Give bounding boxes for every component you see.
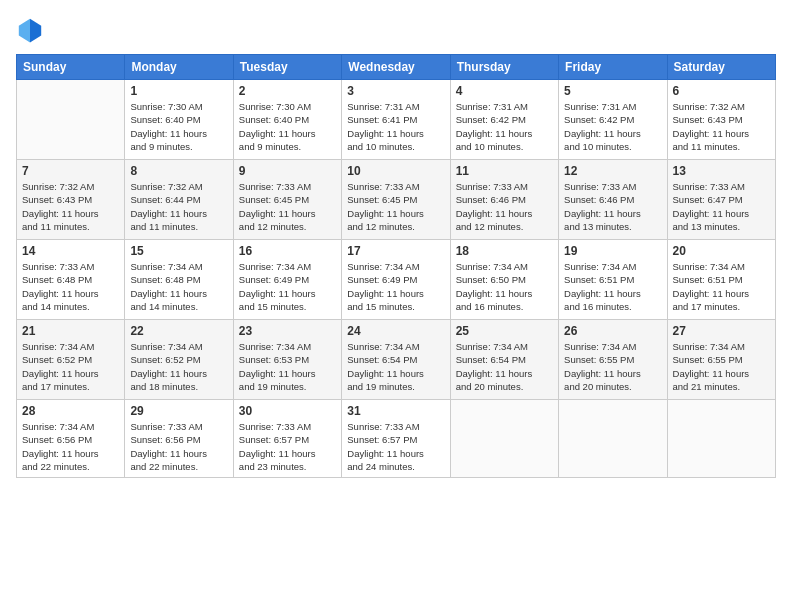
calendar-cell: 28Sunrise: 7:34 AMSunset: 6:56 PMDayligh… <box>17 400 125 478</box>
day-number: 13 <box>673 164 770 178</box>
day-number: 30 <box>239 404 336 418</box>
calendar-week-row: 1Sunrise: 7:30 AMSunset: 6:40 PMDaylight… <box>17 80 776 160</box>
day-number: 5 <box>564 84 661 98</box>
day-info: Sunrise: 7:33 AMSunset: 6:46 PMDaylight:… <box>456 180 553 233</box>
calendar-week-row: 7Sunrise: 7:32 AMSunset: 6:43 PMDaylight… <box>17 160 776 240</box>
day-info: Sunrise: 7:33 AMSunset: 6:48 PMDaylight:… <box>22 260 119 313</box>
day-info: Sunrise: 7:32 AMSunset: 6:43 PMDaylight:… <box>22 180 119 233</box>
day-info: Sunrise: 7:34 AMSunset: 6:51 PMDaylight:… <box>673 260 770 313</box>
calendar-cell: 10Sunrise: 7:33 AMSunset: 6:45 PMDayligh… <box>342 160 450 240</box>
day-number: 4 <box>456 84 553 98</box>
calendar-cell: 3Sunrise: 7:31 AMSunset: 6:41 PMDaylight… <box>342 80 450 160</box>
day-info: Sunrise: 7:34 AMSunset: 6:54 PMDaylight:… <box>347 340 444 393</box>
calendar-header-row: SundayMondayTuesdayWednesdayThursdayFrid… <box>17 55 776 80</box>
day-info: Sunrise: 7:32 AMSunset: 6:44 PMDaylight:… <box>130 180 227 233</box>
calendar-week-row: 21Sunrise: 7:34 AMSunset: 6:52 PMDayligh… <box>17 320 776 400</box>
day-number: 8 <box>130 164 227 178</box>
day-info: Sunrise: 7:31 AMSunset: 6:42 PMDaylight:… <box>456 100 553 153</box>
calendar-cell: 1Sunrise: 7:30 AMSunset: 6:40 PMDaylight… <box>125 80 233 160</box>
calendar-cell: 13Sunrise: 7:33 AMSunset: 6:47 PMDayligh… <box>667 160 775 240</box>
day-info: Sunrise: 7:34 AMSunset: 6:52 PMDaylight:… <box>22 340 119 393</box>
logo-icon <box>16 16 44 44</box>
calendar-cell: 16Sunrise: 7:34 AMSunset: 6:49 PMDayligh… <box>233 240 341 320</box>
day-info: Sunrise: 7:33 AMSunset: 6:45 PMDaylight:… <box>239 180 336 233</box>
day-number: 9 <box>239 164 336 178</box>
day-number: 10 <box>347 164 444 178</box>
day-number: 21 <box>22 324 119 338</box>
day-number: 3 <box>347 84 444 98</box>
day-info: Sunrise: 7:34 AMSunset: 6:54 PMDaylight:… <box>456 340 553 393</box>
day-info: Sunrise: 7:34 AMSunset: 6:50 PMDaylight:… <box>456 260 553 313</box>
day-number: 27 <box>673 324 770 338</box>
calendar-cell <box>667 400 775 478</box>
day-info: Sunrise: 7:30 AMSunset: 6:40 PMDaylight:… <box>239 100 336 153</box>
calendar-cell: 29Sunrise: 7:33 AMSunset: 6:56 PMDayligh… <box>125 400 233 478</box>
calendar-cell: 11Sunrise: 7:33 AMSunset: 6:46 PMDayligh… <box>450 160 558 240</box>
calendar-cell: 12Sunrise: 7:33 AMSunset: 6:46 PMDayligh… <box>559 160 667 240</box>
day-number: 14 <box>22 244 119 258</box>
calendar-cell: 18Sunrise: 7:34 AMSunset: 6:50 PMDayligh… <box>450 240 558 320</box>
page-container: SundayMondayTuesdayWednesdayThursdayFrid… <box>0 0 792 612</box>
page-header <box>16 16 776 44</box>
day-info: Sunrise: 7:33 AMSunset: 6:45 PMDaylight:… <box>347 180 444 233</box>
calendar-cell <box>559 400 667 478</box>
day-info: Sunrise: 7:34 AMSunset: 6:49 PMDaylight:… <box>239 260 336 313</box>
day-info: Sunrise: 7:33 AMSunset: 6:57 PMDaylight:… <box>239 420 336 473</box>
svg-marker-0 <box>30 19 41 43</box>
day-number: 2 <box>239 84 336 98</box>
calendar-cell: 7Sunrise: 7:32 AMSunset: 6:43 PMDaylight… <box>17 160 125 240</box>
day-info: Sunrise: 7:33 AMSunset: 6:46 PMDaylight:… <box>564 180 661 233</box>
calendar-cell: 6Sunrise: 7:32 AMSunset: 6:43 PMDaylight… <box>667 80 775 160</box>
calendar-cell: 8Sunrise: 7:32 AMSunset: 6:44 PMDaylight… <box>125 160 233 240</box>
day-number: 28 <box>22 404 119 418</box>
calendar-cell: 17Sunrise: 7:34 AMSunset: 6:49 PMDayligh… <box>342 240 450 320</box>
calendar-week-row: 14Sunrise: 7:33 AMSunset: 6:48 PMDayligh… <box>17 240 776 320</box>
day-number: 6 <box>673 84 770 98</box>
calendar-cell: 22Sunrise: 7:34 AMSunset: 6:52 PMDayligh… <box>125 320 233 400</box>
calendar-cell: 25Sunrise: 7:34 AMSunset: 6:54 PMDayligh… <box>450 320 558 400</box>
day-number: 31 <box>347 404 444 418</box>
day-info: Sunrise: 7:34 AMSunset: 6:55 PMDaylight:… <box>564 340 661 393</box>
calendar-cell: 4Sunrise: 7:31 AMSunset: 6:42 PMDaylight… <box>450 80 558 160</box>
calendar-cell: 31Sunrise: 7:33 AMSunset: 6:57 PMDayligh… <box>342 400 450 478</box>
day-info: Sunrise: 7:34 AMSunset: 6:53 PMDaylight:… <box>239 340 336 393</box>
calendar-header-thursday: Thursday <box>450 55 558 80</box>
day-info: Sunrise: 7:32 AMSunset: 6:43 PMDaylight:… <box>673 100 770 153</box>
day-number: 24 <box>347 324 444 338</box>
day-number: 20 <box>673 244 770 258</box>
day-info: Sunrise: 7:34 AMSunset: 6:48 PMDaylight:… <box>130 260 227 313</box>
calendar-cell: 21Sunrise: 7:34 AMSunset: 6:52 PMDayligh… <box>17 320 125 400</box>
day-number: 22 <box>130 324 227 338</box>
day-number: 17 <box>347 244 444 258</box>
day-info: Sunrise: 7:34 AMSunset: 6:49 PMDaylight:… <box>347 260 444 313</box>
calendar-header-saturday: Saturday <box>667 55 775 80</box>
logo <box>16 16 48 44</box>
day-info: Sunrise: 7:34 AMSunset: 6:55 PMDaylight:… <box>673 340 770 393</box>
calendar-week-row: 28Sunrise: 7:34 AMSunset: 6:56 PMDayligh… <box>17 400 776 478</box>
calendar-cell: 19Sunrise: 7:34 AMSunset: 6:51 PMDayligh… <box>559 240 667 320</box>
day-number: 1 <box>130 84 227 98</box>
day-info: Sunrise: 7:30 AMSunset: 6:40 PMDaylight:… <box>130 100 227 153</box>
calendar-cell: 20Sunrise: 7:34 AMSunset: 6:51 PMDayligh… <box>667 240 775 320</box>
calendar-cell: 23Sunrise: 7:34 AMSunset: 6:53 PMDayligh… <box>233 320 341 400</box>
calendar-cell <box>17 80 125 160</box>
day-number: 18 <box>456 244 553 258</box>
svg-marker-1 <box>19 19 30 43</box>
day-number: 7 <box>22 164 119 178</box>
calendar-cell <box>450 400 558 478</box>
day-number: 26 <box>564 324 661 338</box>
day-number: 23 <box>239 324 336 338</box>
calendar-cell: 14Sunrise: 7:33 AMSunset: 6:48 PMDayligh… <box>17 240 125 320</box>
day-number: 25 <box>456 324 553 338</box>
calendar-cell: 27Sunrise: 7:34 AMSunset: 6:55 PMDayligh… <box>667 320 775 400</box>
calendar-header-sunday: Sunday <box>17 55 125 80</box>
calendar-cell: 2Sunrise: 7:30 AMSunset: 6:40 PMDaylight… <box>233 80 341 160</box>
day-info: Sunrise: 7:34 AMSunset: 6:56 PMDaylight:… <box>22 420 119 473</box>
day-info: Sunrise: 7:33 AMSunset: 6:56 PMDaylight:… <box>130 420 227 473</box>
day-number: 15 <box>130 244 227 258</box>
day-info: Sunrise: 7:34 AMSunset: 6:52 PMDaylight:… <box>130 340 227 393</box>
calendar-cell: 15Sunrise: 7:34 AMSunset: 6:48 PMDayligh… <box>125 240 233 320</box>
calendar-cell: 9Sunrise: 7:33 AMSunset: 6:45 PMDaylight… <box>233 160 341 240</box>
calendar-table: SundayMondayTuesdayWednesdayThursdayFrid… <box>16 54 776 478</box>
calendar-header-friday: Friday <box>559 55 667 80</box>
